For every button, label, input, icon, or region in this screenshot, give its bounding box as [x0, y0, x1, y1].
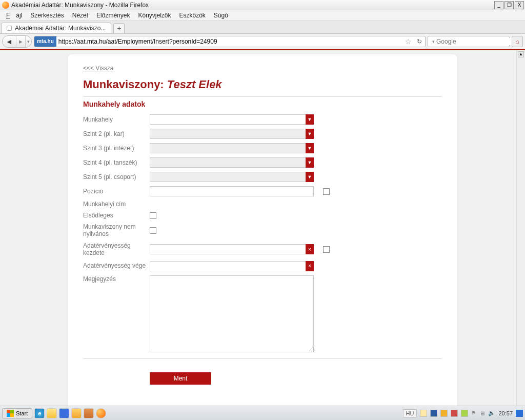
- search-input[interactable]: [436, 38, 513, 45]
- navbar: ◄ ► ▾ mta.hu ☆ ↻ ▾ 🔍 ⌂: [0, 34, 525, 49]
- tray-mail-icon[interactable]: [420, 410, 427, 417]
- bookmark-star-icon[interactable]: ☆: [402, 37, 414, 46]
- erv-kezdete-checkbox[interactable]: [323, 246, 330, 253]
- url-input[interactable]: [56, 38, 402, 45]
- erv-kezdete-input[interactable]: [150, 244, 314, 254]
- megjegyzes-textarea[interactable]: [150, 275, 314, 352]
- system-tray: HU ⚑ 🖥 🔈 20:57: [403, 409, 523, 417]
- label-nem-nyilvanos: Munkaviszony nem nyilvános: [83, 223, 150, 238]
- window-title: Akadémiai Adattár: Munkaviszony - Mozill…: [11, 2, 149, 9]
- tabbar: Akadémiai Adattár: Munkaviszo... +: [0, 21, 525, 34]
- szint2-combo[interactable]: ▼: [150, 129, 314, 139]
- new-tab-button[interactable]: +: [113, 23, 125, 33]
- menu-fajl[interactable]: Fájl: [3, 11, 25, 20]
- tray-security-icon[interactable]: [430, 410, 437, 417]
- nem-nyilvanos-checkbox[interactable]: [150, 227, 156, 234]
- szint4-input[interactable]: [150, 157, 314, 168]
- label-munkahelyi-cim: Munkahelyi cím: [83, 201, 150, 208]
- history-dropdown-button[interactable]: ▾: [25, 35, 31, 48]
- quicklaunch-explorer-icon[interactable]: [47, 408, 57, 418]
- szint5-combo[interactable]: ▼: [150, 172, 314, 182]
- favicon-icon: [7, 26, 12, 31]
- taskbar: Start HU ⚑ 🖥 🔈 20:57: [0, 406, 525, 420]
- pozicio-input[interactable]: [150, 186, 314, 196]
- szint3-input[interactable]: [150, 143, 314, 153]
- label-szint3: Szint 3 (pl. intézet): [83, 145, 150, 152]
- tray-volume-icon[interactable]: 🔈: [488, 410, 495, 416]
- windows-icon: [7, 410, 14, 417]
- szint4-combo[interactable]: ▼: [150, 157, 314, 168]
- szint2-input[interactable]: [150, 129, 314, 139]
- quicklaunch-media-icon[interactable]: [59, 408, 69, 418]
- forward-button[interactable]: ►: [16, 35, 25, 48]
- tab-active[interactable]: Akadémiai Adattár: Munkaviszo...: [1, 23, 111, 33]
- language-indicator[interactable]: HU: [403, 409, 417, 417]
- munkahely-input[interactable]: [150, 114, 314, 125]
- erv-kezdete-field[interactable]: ×: [150, 244, 314, 254]
- scrollbar-up-button[interactable]: ▲: [518, 51, 524, 57]
- szint2-dropdown-icon[interactable]: ▼: [306, 129, 314, 139]
- tray-flag-icon[interactable]: ⚑: [471, 410, 476, 416]
- menu-nezet[interactable]: Nézet: [69, 11, 91, 20]
- erv-vege-field[interactable]: ×: [150, 261, 314, 271]
- show-desktop-button[interactable]: [516, 410, 523, 417]
- szint3-combo[interactable]: ▼: [150, 143, 314, 153]
- tray-network-icon[interactable]: 🖥: [479, 410, 485, 416]
- szint4-dropdown-icon[interactable]: ▼: [306, 157, 314, 168]
- start-button[interactable]: Start: [2, 408, 32, 418]
- munkahely-combo[interactable]: ▼: [150, 114, 314, 125]
- start-label: Start: [16, 410, 28, 416]
- quicklaunch-ie-icon[interactable]: [34, 408, 45, 418]
- label-megjegyzes: Megjegyzés: [83, 275, 150, 283]
- tray-app-icon[interactable]: [451, 410, 458, 417]
- home-button[interactable]: ⌂: [512, 36, 523, 47]
- pozicio-checkbox[interactable]: [323, 188, 330, 195]
- search-engine-dropdown-icon[interactable]: ▾: [432, 39, 435, 44]
- url-field[interactable]: mta.hu ☆ ↻: [34, 36, 426, 47]
- szint5-dropdown-icon[interactable]: ▼: [306, 172, 314, 182]
- label-szint5: Szint 5 (pl. csoport): [83, 173, 150, 181]
- menu-konyvjelzok[interactable]: Könyvjelzők: [135, 11, 174, 20]
- reload-button[interactable]: ↻: [414, 38, 425, 45]
- form-divider: [83, 358, 442, 359]
- tray-shield-icon[interactable]: [461, 410, 468, 417]
- menu-eszkozok[interactable]: Eszközök: [176, 11, 208, 20]
- restore-button[interactable]: ❐: [504, 1, 514, 9]
- label-elsodleges: Elsődleges: [83, 212, 150, 219]
- save-button[interactable]: Ment: [150, 372, 211, 385]
- quicklaunch-outlook-icon[interactable]: [71, 408, 82, 418]
- munkahely-dropdown-icon[interactable]: ▼: [306, 114, 314, 125]
- firefox-icon: [2, 2, 9, 9]
- szint5-input[interactable]: [150, 172, 314, 182]
- label-szint2: Szint 2 (pl. kar): [83, 130, 150, 137]
- tab-title: Akadémiai Adattár: Munkaviszo...: [15, 25, 106, 32]
- back-link[interactable]: <<< Vissza: [83, 65, 113, 72]
- quicklaunch-firefox-icon[interactable]: [96, 408, 106, 418]
- menu-szerkesztes[interactable]: Szerkesztés: [27, 11, 67, 20]
- menubar: Fájl Szerkesztés Nézet Előzmények Könyvj…: [0, 10, 525, 21]
- szint3-dropdown-icon[interactable]: ▼: [306, 143, 314, 153]
- erv-kezdete-clear-icon[interactable]: ×: [306, 244, 314, 254]
- clock[interactable]: 20:57: [498, 410, 513, 416]
- titlebar: Akadémiai Adattár: Munkaviszony - Mozill…: [0, 0, 525, 10]
- window-controls: _ ❐ X: [494, 1, 524, 9]
- tray-update-icon[interactable]: [440, 410, 448, 417]
- page-title: Munkaviszony: Teszt Elek: [83, 78, 442, 91]
- close-window-button[interactable]: X: [515, 1, 524, 9]
- site-identity-badge[interactable]: mta.hu: [34, 36, 56, 47]
- erv-vege-input[interactable]: [150, 261, 314, 271]
- back-button[interactable]: ◄: [3, 35, 16, 48]
- menu-elozmenyek[interactable]: Előzmények: [93, 11, 133, 20]
- search-field[interactable]: ▾ 🔍: [428, 36, 510, 47]
- section-heading: Munkahely adatok: [83, 100, 442, 108]
- minimize-button[interactable]: _: [494, 1, 503, 9]
- erv-vege-clear-icon[interactable]: ×: [306, 261, 314, 271]
- label-szint4: Szint 4 (pl. tanszék): [83, 159, 150, 166]
- label-pozicio: Pozíció: [83, 188, 150, 195]
- content-card: <<< Vissza Munkaviszony: Teszt Elek Munk…: [68, 54, 457, 420]
- quicklaunch-powerpoint-icon[interactable]: [84, 408, 94, 418]
- title-divider: [83, 96, 442, 97]
- elsodleges-checkbox[interactable]: [150, 212, 156, 219]
- nav-arrows: ◄ ► ▾: [2, 35, 32, 48]
- menu-sugo[interactable]: Súgó: [211, 11, 231, 20]
